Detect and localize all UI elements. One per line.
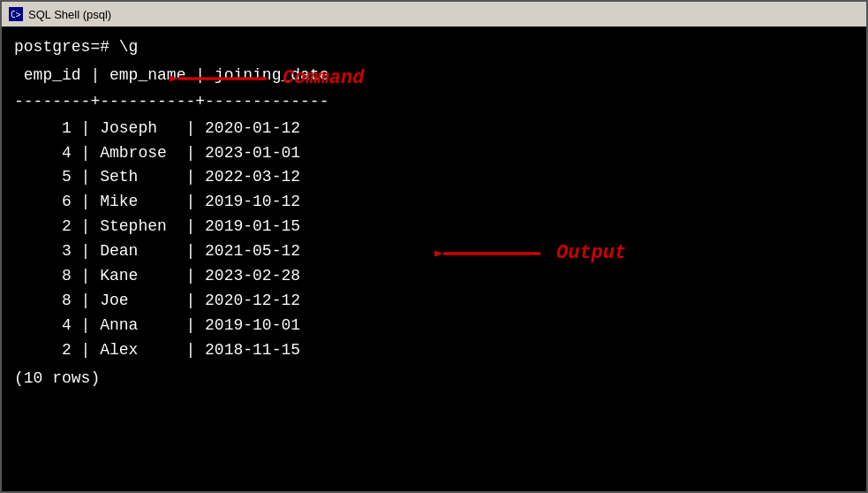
output-arrow-svg: [434, 239, 549, 269]
table-row: 4 | Anna | 2019-10-01: [14, 314, 854, 338]
table-row: 1 | Joseph | 2020-01-12: [14, 117, 854, 141]
svg-text:C>: C>: [11, 10, 21, 19]
output-label: Output: [556, 239, 626, 269]
row-count: (10 rows): [14, 367, 854, 391]
table-row: 5 | Seth | 2022-03-12: [14, 165, 854, 190]
window: C> SQL Shell (psql) postgres=# \g Comman…: [0, 0, 868, 493]
title-bar: C> SQL Shell (psql): [2, 2, 866, 27]
app-icon: C>: [9, 7, 23, 21]
command-arrow-svg: [170, 64, 275, 94]
window-title: SQL Shell (psql): [28, 8, 111, 21]
command-annotation: Command: [170, 64, 364, 94]
table-row: 2 | Alex | 2018-11-15: [14, 338, 854, 363]
command-label: Command: [283, 64, 364, 94]
table-row: 6 | Mike | 2019-10-12: [14, 190, 854, 215]
table-row: 2 | Stephen | 2019-01-15: [14, 215, 854, 239]
prompt-line: postgres=# \g: [14, 35, 854, 60]
table-divider: --------+----------+-------------: [14, 90, 854, 115]
output-annotation: Output: [434, 239, 626, 269]
terminal-body[interactable]: postgres=# \g Command emp_id | emp_name …: [2, 27, 866, 491]
prompt-text: postgres=# \g: [14, 35, 138, 60]
table-header: emp_id | emp_name | joining_date: [14, 64, 854, 88]
table-row: 4 | Ambrose | 2023-01-01: [14, 141, 854, 166]
table-row: 8 | Joe | 2020-12-12: [14, 289, 854, 314]
